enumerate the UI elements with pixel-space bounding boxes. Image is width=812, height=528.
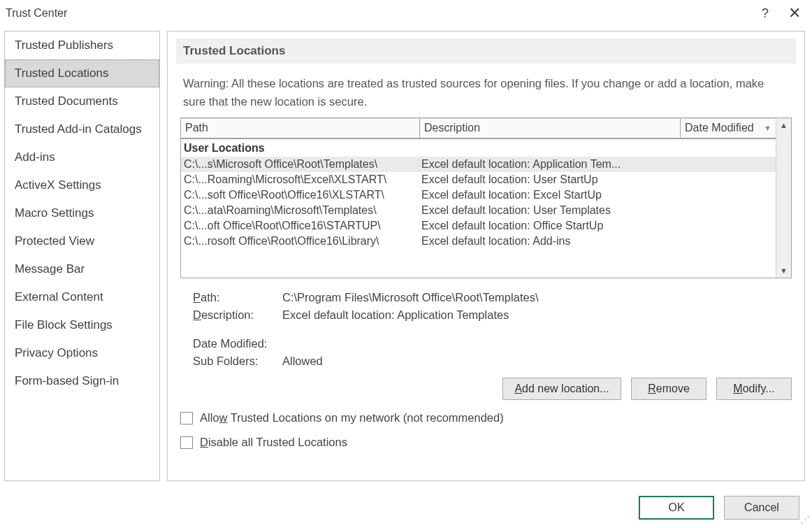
scrollbar[interactable]: ▲ ▼	[776, 118, 791, 278]
resize-grip-icon[interactable]: ⋰	[801, 517, 811, 527]
close-icon[interactable]: ✕	[788, 6, 801, 21]
sidebar-item-trusted-locations[interactable]: Trusted Locations	[5, 59, 159, 87]
table-row[interactable]: C:\...Roaming\Microsoft\Excel\XLSTART\ E…	[181, 172, 776, 187]
table-row[interactable]: C:\...rosoft Office\Root\Office16\Librar…	[181, 234, 776, 249]
sidebar: Trusted Publishers Trusted Locations Tru…	[4, 31, 160, 481]
sidebar-item-message-bar[interactable]: Message Bar	[5, 255, 159, 283]
dialog-footer: OK Cancel	[639, 496, 799, 520]
column-header-path[interactable]: Path	[181, 118, 420, 139]
cell-desc: Excel default location: Office StartUp	[421, 220, 776, 232]
cell-desc: Excel default location: User Templates	[421, 204, 776, 217]
cell-path: C:\...Roaming\Microsoft\Excel\XLSTART\	[184, 173, 421, 186]
help-icon[interactable]: ?	[762, 7, 769, 20]
cancel-button[interactable]: Cancel	[724, 496, 799, 520]
cell-path: C:\...soft Office\Root\Office16\XLSTART\	[184, 189, 421, 201]
scroll-down-icon[interactable]: ▼	[777, 264, 791, 278]
disable-all-checkbox-row: Disable all Trusted Locations	[180, 436, 792, 449]
sidebar-item-macro-settings[interactable]: Macro Settings	[5, 199, 159, 227]
main: Trusted Publishers Trusted Locations Tru…	[0, 27, 812, 480]
dropdown-arrow-icon: ▼	[764, 124, 771, 132]
allow-network-checkbox[interactable]	[180, 412, 193, 424]
cell-path: C:\...ata\Roaming\Microsoft\Templates\	[184, 204, 421, 217]
cell-desc: Excel default location: Application Tem.…	[421, 158, 776, 171]
sidebar-item-form-based-signin[interactable]: Form-based Sign-in	[5, 367, 159, 395]
sidebar-item-external-content[interactable]: External Content	[5, 283, 159, 311]
detail-path-value: C:\Program Files\Microsoft Office\Root\T…	[282, 291, 538, 304]
sidebar-item-add-ins[interactable]: Add-ins	[5, 143, 159, 171]
detail-desc-value: Excel default location: Application Temp…	[282, 308, 509, 322]
detail-date-label: Date Modified:	[193, 337, 282, 350]
allow-network-label[interactable]: Allow Trusted Locations on my network (n…	[200, 411, 504, 424]
disable-all-label[interactable]: Disable all Trusted Locations	[200, 436, 347, 449]
detail-subfolders-label: Sub Folders:	[193, 355, 282, 368]
modify-button[interactable]: Modify...	[716, 378, 792, 400]
cell-desc: Excel default location: Add-ins	[421, 235, 776, 248]
add-new-location-button[interactable]: Add new location...	[502, 378, 621, 400]
table-row[interactable]: C:\...ata\Roaming\Microsoft\Templates\ E…	[181, 203, 776, 218]
sidebar-item-trusted-documents[interactable]: Trusted Documents	[5, 87, 159, 115]
column-header-date[interactable]: Date Modified▼	[681, 118, 776, 139]
cell-path: C:\...oft Office\Root\Office16\STARTUP\	[184, 220, 421, 232]
allow-network-checkbox-row: Allow Trusted Locations on my network (n…	[180, 411, 792, 424]
sidebar-item-file-block-settings[interactable]: File Block Settings	[5, 311, 159, 339]
detail-path-label: Path:	[193, 291, 282, 304]
disable-all-checkbox[interactable]	[180, 436, 193, 449]
section-title: Trusted Locations	[176, 38, 796, 64]
column-header-description[interactable]: Description	[420, 118, 681, 139]
cell-path: C:\...s\Microsoft Office\Root\Templates\	[184, 158, 421, 171]
titlebar-controls: ? ✕	[762, 6, 808, 21]
detail-desc-label: Description:	[193, 308, 282, 322]
table-row[interactable]: C:\...s\Microsoft Office\Root\Templates\…	[181, 157, 776, 172]
table-header: Path Description Date Modified▼	[181, 118, 776, 139]
sidebar-item-trusted-publishers[interactable]: Trusted Publishers	[5, 31, 159, 59]
window-title: Trust Center	[4, 7, 762, 20]
locations-table: Path Description Date Modified▼ User Loc…	[180, 117, 792, 278]
titlebar: Trust Center ? ✕	[0, 0, 812, 27]
table-row[interactable]: C:\...soft Office\Root\Office16\XLSTART\…	[181, 187, 776, 203]
table-row[interactable]: C:\...oft Office\Root\Office16\STARTUP\ …	[181, 218, 776, 234]
remove-button[interactable]: Remove	[631, 378, 706, 400]
cell-path: C:\...rosoft Office\Root\Office16\Librar…	[184, 235, 421, 248]
action-buttons: Add new location... Remove Modify...	[180, 378, 792, 400]
sidebar-item-privacy-options[interactable]: Privacy Options	[5, 339, 159, 367]
cell-desc: Excel default location: User StartUp	[421, 173, 776, 186]
content-panel: Trusted Locations Warning: All these loc…	[167, 31, 805, 481]
cell-desc: Excel default location: Excel StartUp	[421, 189, 776, 201]
ok-button[interactable]: OK	[639, 496, 714, 520]
warning-text: Warning: All these locations are treated…	[180, 75, 792, 110]
selection-details: Path: C:\Program Files\Microsoft Office\…	[180, 291, 792, 368]
detail-subfolders-value: Allowed	[282, 355, 323, 368]
sidebar-item-protected-view[interactable]: Protected View	[5, 227, 159, 255]
sidebar-item-trusted-addin-catalogs[interactable]: Trusted Add-in Catalogs	[5, 115, 159, 143]
group-user-locations: User Locations	[181, 139, 776, 157]
sidebar-item-activex-settings[interactable]: ActiveX Settings	[5, 171, 159, 199]
scroll-up-icon[interactable]: ▲	[777, 118, 791, 132]
